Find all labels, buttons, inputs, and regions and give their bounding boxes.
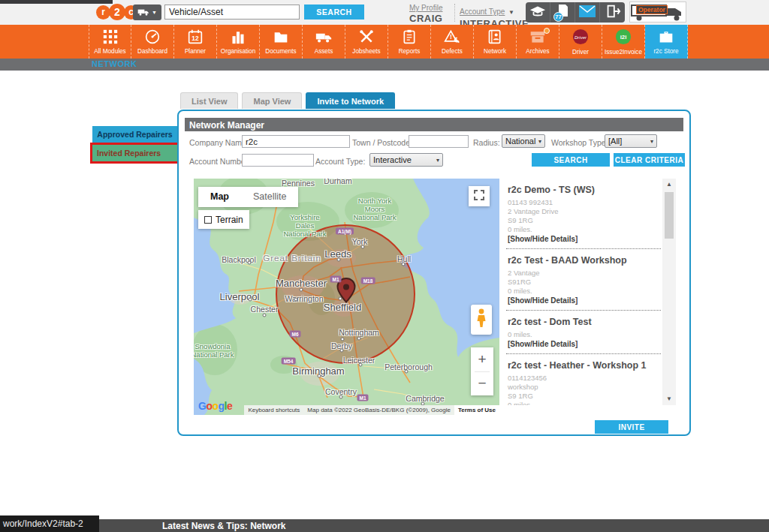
show-hide-details-link[interactable]: [Show/Hide Details] [508,296,658,305]
network-manager-panel: Network Manager Company Name: Town / Pos… [177,110,691,436]
top-dark-strip [0,0,113,4]
nav-item-network[interactable]: Network [474,25,517,59]
clear-criteria-button[interactable]: CLEAR CRITERIA [614,153,685,167]
radius-select[interactable]: National ▾ [502,134,545,148]
grid-icon [103,29,118,47]
nav-item-defects[interactable]: ! Defects [431,25,474,59]
nav-item-label: r2c Store [653,48,678,55]
my-profile-link[interactable]: My Profile [409,4,442,12]
view-tabs: List View Map View Invite to Network [180,92,395,109]
workshop-type-select[interactable]: [All] ▾ [605,134,657,148]
notifications-button[interactable]: 77 [550,2,575,23]
scroll-up-arrow[interactable]: ▲ [662,179,676,191]
results-scrollbar[interactable]: ▲ ▼ [662,179,676,405]
nav-item-r2c-store[interactable]: r2c Store [645,25,688,59]
approved-repairers-button[interactable]: Approved Repairers [92,126,177,143]
show-hide-details-link[interactable]: [Show/Hide Details] [508,340,658,348]
show-hide-details-link[interactable]: [Show/Hide Details] [508,235,658,243]
operator-account-switch[interactable]: Operator [629,2,686,23]
buildings-icon [231,29,246,47]
envelope-icon [579,5,596,20]
zoom-out-button[interactable]: − [471,372,493,396]
map-attribution: Keyboard shortcuts Map data ©2022 GeoBas… [244,405,499,415]
list-item: r2c Demo - TS (WS) 01143 992431 2 Vantag… [506,179,661,249]
account-type-link[interactable]: Account Type [460,8,505,16]
asset-type-dropdown[interactable]: ▼ [133,5,161,20]
map-type-map-button[interactable]: Map [198,187,241,207]
clipboard-icon [402,29,417,47]
r2c-logo: r 2 c [98,4,138,20]
nav-item-jobsheets[interactable]: Jobsheets [345,25,388,59]
map-type-control: Map Satellite [198,187,298,207]
search-criteria-button[interactable]: SEARCH [532,153,610,167]
nav-item-organisation[interactable]: Organisation [217,25,260,59]
nav-item-dashboard[interactable]: Dashboard [131,25,174,59]
vehicle-search-button[interactable]: SEARCH [304,5,364,20]
terms-of-use-link[interactable]: Terms of Use [454,405,499,415]
nav-item-reports[interactable]: Reports [388,25,431,59]
nav-item-label: Organisation [221,48,255,55]
nav-item-all-modules[interactable]: All Modules [89,25,131,59]
speedometer-icon [145,29,160,47]
zoom-in-button[interactable]: + [471,347,493,371]
company-name-field[interactable] [242,135,350,148]
account-number-label: Account Number: [189,157,250,166]
repairer-detail: S91RG [508,278,658,287]
repairer-detail: S9 1RG [508,392,658,401]
nav-item-planner[interactable]: 12 Planner [174,25,217,59]
i2i-badge-icon: i2i [615,29,632,48]
svg-text:Driver: Driver [574,35,587,39]
repairer-detail: 01143 992431 [508,198,658,207]
repairer-name: r2c test - Heather - Workshop 1 [508,360,658,371]
repairer-detail: 2 Vantage Drive [508,207,658,216]
scroll-thumb[interactable] [665,192,674,239]
account-type-select[interactable]: Interactive ▾ [369,153,443,167]
repairer-detail: 0 miles. [508,330,658,339]
nav-item-assets[interactable]: Assets [303,25,345,59]
warning-triangle-icon: ! [444,29,460,47]
training-button[interactable] [526,2,550,23]
town-postcode-field[interactable] [409,135,469,148]
svg-text:12: 12 [191,35,199,42]
fullscreen-icon [474,190,484,203]
google-map[interactable]: Pennines Durham North York Moors Nationa… [194,179,499,415]
repairer-detail: 0 miles. [508,225,658,234]
tab-invite-to-network[interactable]: Invite to Network [306,92,395,109]
folder-icon [273,29,288,47]
profile-name: CRAIG [409,13,442,24]
chevron-down-icon: ▼ [152,10,157,15]
exit-door-icon [605,5,621,21]
vehicle-search-input[interactable] [164,5,300,20]
logout-button[interactable] [600,2,625,23]
google-logo: Google [198,400,232,412]
map-type-satellite-button[interactable]: Satellite [241,187,298,207]
nav-item-documents[interactable]: Documents [260,25,303,59]
address-book-icon [487,29,502,47]
chevron-down-icon: ▾ [650,138,653,145]
nav-item-label: Documents [265,48,296,55]
terrain-toggle[interactable]: Terrain [198,210,249,229]
scroll-down-arrow[interactable]: ▼ [662,393,676,405]
map-data-text: Map data ©2022 GeoBasis-DE/BKG (©2009), … [303,407,454,413]
fullscreen-button[interactable] [469,186,490,206]
nav-item-issue2invoice[interactable]: i2i Issue2Invoice [602,25,645,59]
invited-repairers-button[interactable]: Invited Repairers [90,143,179,164]
account-type-label: Account Type: [315,157,365,166]
nav-item-label: Network [484,48,506,55]
tab-list-view[interactable]: List View [180,92,238,109]
truck-icon [315,29,332,47]
chevron-down-icon: ▾ [436,157,439,164]
nav-item-archives[interactable]: Archives [517,25,559,59]
messages-button[interactable] [575,2,600,23]
keyboard-shortcuts-link[interactable]: Keyboard shortcuts [244,407,303,413]
nav-item-driver[interactable]: Driver Driver [559,25,602,59]
browser-status-tooltip: work/IndexV2#tab-2 [0,515,99,532]
archives-alert-dot [544,28,550,34]
tab-map-view[interactable]: Map View [242,92,302,109]
terrain-checkbox[interactable] [204,216,212,224]
account-number-field[interactable] [242,154,314,167]
header-icon-strip: 77 [526,2,625,23]
svg-text:!: ! [450,33,452,41]
pegman-control[interactable] [471,305,492,335]
invite-button[interactable]: INVITE [595,420,668,434]
